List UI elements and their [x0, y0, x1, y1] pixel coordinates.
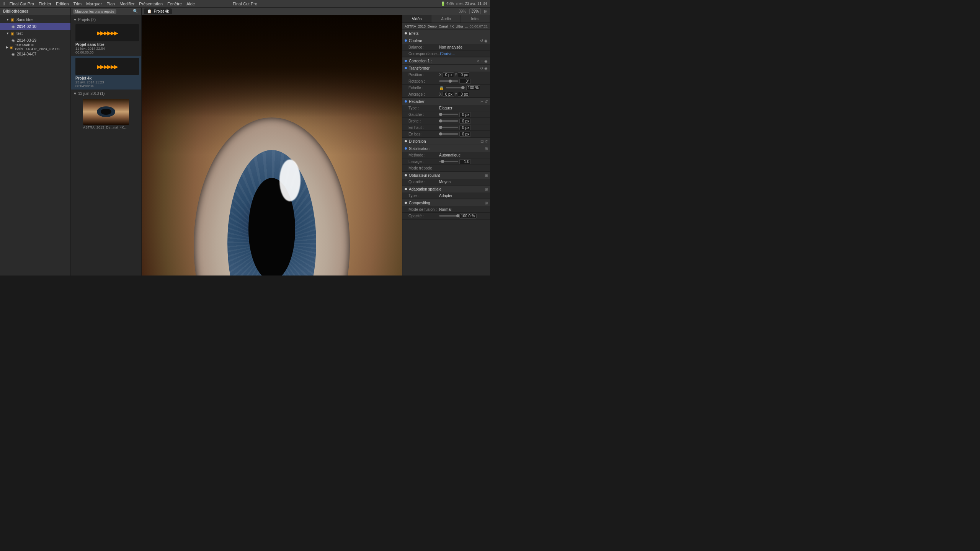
expand-icon[interactable]: ⊞: [485, 147, 488, 151]
crop-type-value: Élaguer: [439, 106, 452, 110]
apple-menu[interactable]: : [3, 1, 5, 7]
projects-section-header[interactable]: ▼ Projets (2): [71, 17, 141, 23]
opacite-slider-track[interactable]: [439, 215, 458, 217]
lib-item-sanstitre[interactable]: ▼ ▣ Sans titre: [0, 16, 70, 23]
distorsion-header[interactable]: Distorsion ⊡ ↺: [402, 138, 490, 145]
enbas-value[interactable]: 0 px: [459, 132, 471, 137]
lissage-slider-track[interactable]: [439, 161, 458, 162]
enable-icon[interactable]: ◉: [484, 59, 488, 63]
preview-tab[interactable]: 📋 Projet 4k: [144, 8, 172, 14]
lib-item-2014-02-10[interactable]: ◉ 2014-02-10: [0, 23, 70, 30]
expand-icon[interactable]: ⊞: [485, 173, 488, 178]
enable-icon[interactable]: ◉: [484, 39, 488, 43]
menu-fichier[interactable]: Fichier: [39, 2, 51, 6]
menu-fenetre[interactable]: Fenêtre: [167, 2, 182, 6]
position-label: Position :: [408, 73, 439, 77]
echelle-slider[interactable]: [446, 87, 465, 88]
expand-icon[interactable]: ⊞: [485, 187, 488, 191]
inspector-clip-header: ASTRA_2013_Demo_Canal_4K_Ultra_HD 00:00:…: [402, 23, 490, 30]
position-x[interactable]: 0 px: [443, 72, 454, 77]
compositing-header[interactable]: Compositing ⊞: [402, 199, 490, 206]
inspector-tab-info[interactable]: Infos: [461, 15, 490, 23]
lib-item-test[interactable]: ▼ ▣ test: [0, 30, 70, 37]
menu-presentation[interactable]: Présentation: [139, 2, 163, 6]
ancrage-row: Ancrage : X 0 px Y 0 px: [402, 91, 490, 98]
adaptation-header[interactable]: Adaptation spatiale ⊞: [402, 186, 490, 192]
correction-icons: ↺ + ◉: [477, 59, 488, 63]
menu-finalcutpro[interactable]: Final Cut Pro: [10, 2, 34, 6]
balance-value: Non analysée: [439, 45, 462, 49]
quantite-row: Quantité : Moyen: [402, 179, 490, 185]
project-item-1[interactable]: ▶▶▶▶▶▶ Projet sans titre 11 févr. 2014 2…: [71, 23, 141, 56]
transformer-header[interactable]: Transformer ↺ ◉: [402, 65, 490, 72]
enable-icon[interactable]: ◉: [484, 66, 488, 70]
zoom-button[interactable]: 39%: [469, 8, 481, 14]
gauche-slider-track[interactable]: [439, 114, 458, 115]
echelle-value[interactable]: 100 %: [466, 85, 480, 90]
enhaut-slider-track[interactable]: [439, 127, 458, 128]
menu-marquer[interactable]: Marquer: [86, 2, 102, 6]
menu-trim[interactable]: Trim: [74, 2, 82, 6]
couleur-dot: [405, 39, 407, 42]
couleur-header[interactable]: Couleur ↺ ◉: [402, 37, 490, 44]
lib-label: Test Mark III PAris...140416_2023_GMT+2: [15, 43, 69, 51]
inspector-tab-video[interactable]: Vidéo: [402, 15, 431, 23]
crop-icon[interactable]: ✂: [480, 99, 483, 104]
obturateur-header[interactable]: Obturateur roulant ⊞: [402, 172, 490, 179]
lib-item-testmark[interactable]: ▶ ▣ Test Mark III PAris...140416_2023_GM…: [0, 44, 70, 51]
recadrer-dot: [405, 100, 407, 103]
reset-icon[interactable]: ↺: [485, 99, 488, 104]
rotation-value[interactable]: 0°: [459, 79, 471, 84]
obturateur-dot: [405, 174, 407, 176]
inspector-tab-audio[interactable]: Audio: [431, 15, 461, 23]
reset-icon[interactable]: ↺: [480, 66, 483, 70]
gauche-value[interactable]: 0 px: [459, 112, 471, 117]
search-icon[interactable]: 🔍: [133, 9, 139, 14]
position-y[interactable]: 0 px: [458, 72, 469, 77]
stabilisation-header[interactable]: Stabilisation ⊞: [402, 145, 490, 152]
reset-icon[interactable]: ↺: [485, 139, 488, 143]
couleur-icons: ↺ ◉: [480, 39, 488, 43]
lib-item-2014-04-07[interactable]: ◉ 2014-04-07: [0, 51, 70, 57]
filter-button[interactable]: Masquer les plans rejetés: [73, 9, 116, 14]
zoom-icons[interactable]: ⊞: [484, 9, 488, 14]
droite-value[interactable]: 0 px: [459, 119, 471, 124]
rotation-slider[interactable]: [439, 80, 458, 82]
distorsion-section: Distorsion ⊡ ↺: [402, 138, 490, 145]
expand-icon[interactable]: ⊞: [485, 201, 488, 205]
compositing-icons: ⊞: [485, 201, 488, 205]
enhaut-slider: 0 px: [439, 125, 487, 130]
project-item-2[interactable]: ▶▶▶▶▶▶ Projet 4k 23 avr. 2014 11:23 00:0…: [71, 56, 141, 90]
effets-header[interactable]: Effets: [402, 30, 490, 37]
ancrage-y[interactable]: 0 px: [458, 92, 469, 97]
menu-aide[interactable]: Aide: [186, 2, 195, 6]
menu-plan[interactable]: Plan: [106, 2, 115, 6]
scale-lock-icon[interactable]: 🔒: [439, 86, 444, 90]
reset-icon[interactable]: ↺: [480, 39, 483, 43]
correspondance-value[interactable]: Choisir...: [440, 52, 455, 56]
clip-name: ASTRA_2013_Demo_Canal_4K_Ultra_HD: [405, 24, 469, 28]
distort-icon[interactable]: ⊡: [480, 139, 483, 143]
media-date-header[interactable]: ▼ 13 juin 2013 (1): [71, 90, 141, 97]
effets-section: Effets: [402, 30, 490, 37]
add-icon[interactable]: +: [481, 59, 483, 63]
folder-group-icon: ▣: [10, 17, 15, 22]
menu-modifier[interactable]: Modifier: [119, 2, 134, 6]
media-item-1[interactable]: ASTRA_2013_De...nal_4K_Ultra_HD: [71, 97, 141, 131]
droite-slider-track[interactable]: [439, 120, 458, 122]
reset-icon[interactable]: ↺: [477, 59, 480, 63]
recadrer-icons: ✂ ↺: [480, 99, 488, 104]
ancrage-x[interactable]: 0 px: [443, 92, 454, 97]
menu-edition[interactable]: Edition: [56, 2, 69, 6]
enbas-slider-track[interactable]: [439, 133, 458, 135]
enhaut-value[interactable]: 0 px: [459, 125, 471, 130]
lissage-value[interactable]: 1.0: [459, 159, 471, 164]
library-header: Bibliothèques: [0, 8, 70, 15]
opacite-value[interactable]: 100.0 %: [459, 214, 477, 218]
recadrer-header[interactable]: Recadrer ✂ ↺: [402, 98, 490, 105]
obturateur-icons: ⊞: [485, 173, 488, 178]
lib-item-2014-03-29[interactable]: ◉ 2014-03-29: [0, 37, 70, 44]
correction-header[interactable]: Correction 1 : ↺ + ◉: [402, 57, 490, 64]
stabilisation-section: Stabilisation ⊞ Méthode : Automatique Li: [402, 145, 490, 172]
adaptation-dot: [405, 188, 407, 190]
